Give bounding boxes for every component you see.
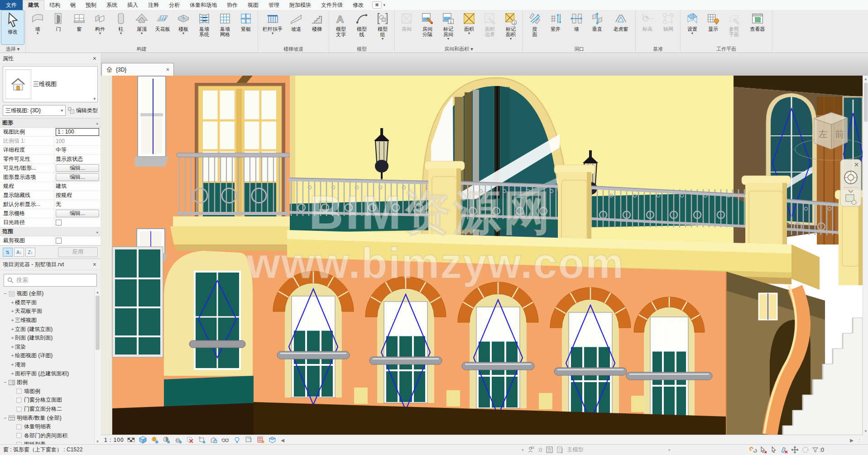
property-value[interactable] [54, 218, 101, 227]
design-options-icon[interactable] [556, 446, 564, 454]
ribbon-button-幕墙系统[interactable]: 幕墙 系统 [194, 10, 215, 44]
ribbon-tab-附加模块[interactable]: 附加模块 [284, 0, 316, 10]
ribbon-tab-文件升级[interactable]: 文件升级 [316, 0, 348, 10]
visual-style-icon[interactable] [139, 436, 147, 444]
temporary-view-icon[interactable] [245, 436, 253, 444]
viewport-horizontal-scrollbar[interactable]: ◀ ▶ .: [279, 435, 863, 445]
ribbon-group-label[interactable]: 房间和面积 ▾ [396, 45, 521, 53]
tree-item-图例[interactable]: −图例 [0, 378, 101, 387]
ribbon-button-柱[interactable]: 柱▾ [110, 10, 131, 44]
ribbon-tab-修改[interactable]: 修改 [348, 0, 369, 10]
ribbon-tab-插入[interactable]: 插入 [122, 0, 143, 10]
design-options-dropdown-icon[interactable]: ▾ [668, 448, 671, 452]
property-section-图形[interactable]: 图形▴ [0, 119, 101, 128]
tree-expander-plus[interactable]: + [10, 344, 15, 350]
ribbon-tab-结构[interactable]: 结构 [44, 0, 65, 10]
tree-item-墙图例[interactable]: 墙图例 [0, 387, 101, 396]
shadows-icon[interactable] [163, 436, 170, 444]
tree-expander-minus[interactable]: − [3, 379, 8, 385]
tree-item-剖面 (建筑剖面)[interactable]: +剖面 (建筑剖面) [0, 334, 101, 343]
dropdown-arrow-icon[interactable]: ▾ [182, 32, 184, 35]
navigation-bar[interactable] [840, 159, 861, 206]
ribbon-tab-协作[interactable]: 协作 [222, 0, 243, 10]
tree-item-渲染[interactable]: +渲染 [0, 343, 101, 352]
tree-expander-minus[interactable]: − [3, 415, 8, 421]
ribbon-button-楼梯[interactable]: 楼梯 [307, 10, 327, 44]
property-value[interactable]: 100 [54, 137, 101, 145]
tree-item-天花板平面[interactable]: +天花板平面 [0, 307, 101, 316]
ribbon-tab-系统[interactable]: 系统 [101, 0, 122, 10]
ribbon-tab-钢[interactable]: 钢 [65, 0, 81, 10]
tree-item-立面 (建筑立面)[interactable]: +立面 (建筑立面) [0, 325, 101, 334]
reveal-hidden-icon[interactable] [221, 436, 229, 444]
edit-type-button[interactable]: 编辑类型 [67, 107, 98, 115]
tree-item-三维视图[interactable]: +三维视图 [0, 316, 101, 325]
tree-expander-plus[interactable]: + [10, 317, 15, 323]
ribbon-button-按面[interactable]: 按 面 [524, 10, 545, 44]
ribbon-button-坡道[interactable]: 坡道 [286, 10, 307, 44]
ribbon-button-模型文字[interactable]: A模型 文字 [331, 10, 351, 44]
property-section-范围[interactable]: 范围▴ [0, 227, 101, 236]
tree-expander-plus[interactable]: + [10, 353, 15, 359]
ribbon-button-查看器[interactable]: 查看器 [744, 10, 771, 44]
3d-viewport[interactable]: BIM资源网 www.bimzyw.com 左 前 [101, 76, 863, 435]
select-links-icon[interactable] [749, 446, 757, 454]
main-model-label[interactable]: 主模型 [567, 446, 584, 454]
select-pinned-icon[interactable] [770, 446, 778, 454]
worksets-dropdown-icon[interactable]: ▾ [522, 448, 524, 452]
ribbon-button-墙[interactable]: 墙 [566, 10, 587, 44]
ribbon-tab-文件[interactable]: 文件 [0, 0, 23, 10]
ribbon-tab-注释[interactable]: 注释 [143, 0, 164, 10]
detail-level-icon[interactable] [127, 436, 135, 444]
ribbon-button-幕墙网格[interactable]: 幕墙 网格 [215, 10, 235, 44]
tree-expander-plus[interactable]: + [10, 371, 15, 377]
ribbon-button-标记房间[interactable]: 1标记 房间▾ [438, 10, 459, 44]
tree-expander-plus[interactable]: + [10, 300, 15, 306]
ribbon-button-设置[interactable]: 设置▾ [682, 10, 703, 44]
ribbon-tab-管理[interactable]: 管理 [264, 0, 284, 10]
temporary-hide-icon[interactable] [233, 436, 241, 444]
ribbon-button-模型组[interactable]: 模型 组▾ [372, 10, 393, 44]
ribbon-button-屋顶[interactable]: 屋顶▾ [131, 10, 152, 44]
ribbon-button-标记面积[interactable]: 1标记 面积▾ [500, 10, 521, 44]
analytical-model-icon[interactable] [257, 436, 264, 444]
tree-item-门窗立面分格二[interactable]: 门窗立面分格二 [0, 405, 101, 414]
view-scale-control[interactable]: 1 : 100 [104, 437, 124, 443]
ribbon-button-显示[interactable]: 显示 [703, 10, 724, 44]
tree-expander-plus[interactable]: + [10, 308, 15, 314]
ribbon-button-楼板[interactable]: 楼板▾ [173, 10, 194, 44]
ribbon-button-门[interactable]: 门 [48, 10, 69, 44]
tree-item-视图 (全部)[interactable]: −视图 (全部) [0, 289, 101, 298]
displace-icon[interactable] [269, 436, 276, 444]
workset-list-icon[interactable] [546, 446, 553, 454]
tree-scrollbar[interactable]: ▲ ▼ [94, 289, 101, 445]
property-value[interactable]: 1 : 100 [54, 128, 101, 136]
ribbon-tab-体量和场地[interactable]: 体量和场地 [185, 0, 222, 10]
dropdown-arrow-icon[interactable]: ▾ [120, 32, 122, 35]
browser-search-input[interactable]: 搜索 [4, 274, 97, 287]
dropdown-arrow-icon[interactable]: ▾ [382, 37, 384, 40]
ribbon-button-构件[interactable]: 构件▾ [90, 10, 110, 44]
type-selector[interactable]: 三维视图 ▾ [3, 66, 98, 102]
project-browser-close-icon[interactable]: × [91, 261, 98, 268]
property-value[interactable]: 编辑... [54, 209, 101, 218]
sort-default-icon[interactable]: ⇅ [3, 248, 13, 257]
crop-view-icon[interactable] [186, 436, 194, 444]
properties-close-icon[interactable]: × [91, 55, 98, 62]
tree-item-体量明细表[interactable]: 体量明细表 [0, 422, 101, 431]
selection-filter[interactable]: :0 [812, 446, 824, 453]
dropdown-arrow-icon[interactable]: ▾ [99, 32, 101, 35]
property-value[interactable]: 中等 [54, 146, 101, 154]
sort-ascending-icon[interactable]: A↓ [14, 248, 24, 257]
view-tab-3d[interactable]: {3D} × [101, 63, 174, 76]
ribbon-display-toggle[interactable]: ▣▾ [369, 0, 389, 10]
tree-item-楼层平面[interactable]: +楼层平面 [0, 298, 101, 307]
tree-item-明细表/数量 (全部)[interactable]: −明细表/数量 (全部) [0, 413, 101, 422]
ribbon-button-房间分隔[interactable]: 房间 分隔 [417, 10, 438, 44]
view-instance-combo[interactable]: 三维视图: {3D}▾ [3, 105, 66, 116]
ribbon-button-天花板[interactable]: 天花板 [152, 10, 173, 44]
sort-descending-icon[interactable]: Z↓ [25, 248, 35, 257]
ribbon-button-竖井[interactable]: 竖井 [545, 10, 566, 44]
dropdown-arrow-icon[interactable]: ▾ [510, 37, 512, 40]
ribbon-tab-预制[interactable]: 预制 [81, 0, 101, 10]
